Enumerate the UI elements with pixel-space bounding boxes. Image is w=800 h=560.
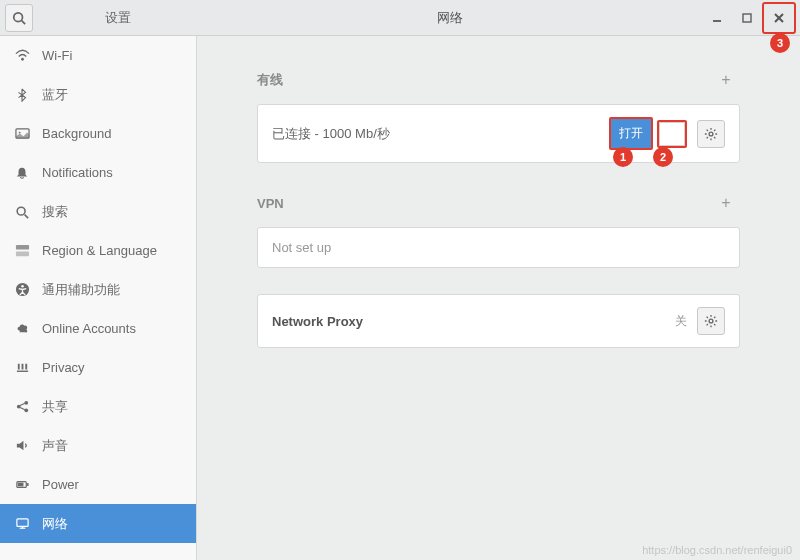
sidebar-item-label: Background xyxy=(42,126,111,141)
add-wired-button[interactable]: + xyxy=(712,66,740,94)
svg-point-14 xyxy=(21,285,24,288)
close-button[interactable] xyxy=(764,4,794,32)
search-icon xyxy=(12,11,26,25)
privacy-icon xyxy=(14,360,30,375)
plus-icon: + xyxy=(721,194,730,212)
svg-point-6 xyxy=(21,58,24,61)
add-vpn-button[interactable]: + xyxy=(712,189,740,217)
sidebar-item-bluetooth[interactable]: 蓝牙 xyxy=(0,75,196,114)
svg-point-26 xyxy=(709,132,713,136)
wired-section-title: 有线 xyxy=(257,71,283,89)
sidebar-item-privacy[interactable]: Privacy xyxy=(0,348,196,387)
plus-icon: + xyxy=(721,71,730,89)
sidebar-item-label: 声音 xyxy=(42,437,68,455)
svg-rect-22 xyxy=(26,483,28,486)
svg-rect-12 xyxy=(15,251,28,256)
region-icon xyxy=(14,243,30,258)
network-icon xyxy=(14,516,30,531)
proxy-settings-button[interactable] xyxy=(697,307,725,335)
sidebar-item-power[interactable]: Power xyxy=(0,465,196,504)
svg-rect-11 xyxy=(15,245,28,250)
switch-on-label: 打开 xyxy=(609,117,653,150)
minimize-button[interactable] xyxy=(702,4,732,32)
sidebar-item-region-language[interactable]: Region & Language xyxy=(0,231,196,270)
sidebar-item-label: 搜索 xyxy=(42,203,68,221)
sidebar-item-wifi[interactable]: Wi-Fi xyxy=(0,36,196,75)
sidebar-item-sharing[interactable]: 共享 xyxy=(0,387,196,426)
switch-knob xyxy=(657,120,687,148)
sidebar-item-search[interactable]: 搜索 xyxy=(0,192,196,231)
svg-line-10 xyxy=(25,214,29,218)
proxy-title: Network Proxy xyxy=(272,314,675,329)
maximize-icon xyxy=(742,13,752,23)
sidebar-item-label: Region & Language xyxy=(42,243,157,258)
vpn-status: Not set up xyxy=(272,240,725,255)
accessibility-icon xyxy=(14,282,30,297)
svg-line-1 xyxy=(22,20,26,24)
proxy-off-label: 关 xyxy=(675,313,687,330)
wired-status: 已连接 - 1000 Mb/秒 xyxy=(272,125,609,143)
maximize-button[interactable] xyxy=(732,4,762,32)
sidebar-item-label: 蓝牙 xyxy=(42,86,68,104)
annotation-3: 3 xyxy=(770,33,790,53)
share-icon xyxy=(14,399,30,414)
sidebar-item-label: 网络 xyxy=(42,515,68,533)
svg-point-16 xyxy=(24,401,28,405)
svg-rect-21 xyxy=(17,483,23,487)
wifi-icon xyxy=(14,48,30,63)
annotation-1: 1 xyxy=(613,147,633,167)
wired-connection-row: 已连接 - 1000 Mb/秒 打开 1 2 xyxy=(257,104,740,163)
vpn-section-title: VPN xyxy=(257,196,284,211)
annotation-2: 2 xyxy=(653,147,673,167)
gear-icon xyxy=(704,127,718,141)
wired-settings-button[interactable] xyxy=(697,120,725,148)
svg-point-17 xyxy=(24,408,28,412)
svg-point-27 xyxy=(709,319,713,323)
svg-point-9 xyxy=(17,207,25,215)
gear-icon xyxy=(704,314,718,328)
svg-line-18 xyxy=(20,403,25,405)
sidebar-title: 设置 xyxy=(38,9,197,27)
titlebar: 设置 网络 3 xyxy=(0,0,800,36)
sidebar-item-label: 通用辅助功能 xyxy=(42,281,120,299)
sidebar-item-notifications[interactable]: Notifications xyxy=(0,153,196,192)
svg-rect-23 xyxy=(16,519,27,527)
sound-icon xyxy=(14,438,30,453)
sidebar-item-label: Notifications xyxy=(42,165,113,180)
sidebar: Wi-Fi 蓝牙 Background Notifications 搜索 Reg… xyxy=(0,36,197,560)
sidebar-item-accessibility[interactable]: 通用辅助功能 xyxy=(0,270,196,309)
sidebar-item-label: Privacy xyxy=(42,360,85,375)
sidebar-item-label: Power xyxy=(42,477,79,492)
svg-line-19 xyxy=(20,407,25,409)
background-icon xyxy=(14,126,30,141)
sidebar-item-network[interactable]: 网络 xyxy=(0,504,196,543)
svg-point-8 xyxy=(18,132,20,134)
sidebar-item-label: Online Accounts xyxy=(42,321,136,336)
page-title: 网络 xyxy=(197,9,702,27)
sidebar-item-sound[interactable]: 声音 xyxy=(0,426,196,465)
svg-point-0 xyxy=(14,12,23,21)
svg-rect-3 xyxy=(743,14,751,22)
bluetooth-icon xyxy=(14,88,30,102)
sidebar-item-background[interactable]: Background xyxy=(0,114,196,153)
wired-switch[interactable]: 打开 1 2 xyxy=(609,117,687,150)
bell-icon xyxy=(14,166,30,180)
sidebar-item-online-accounts[interactable]: Online Accounts xyxy=(0,309,196,348)
search-button[interactable] xyxy=(5,4,33,32)
close-icon xyxy=(774,13,784,23)
proxy-row[interactable]: Network Proxy 关 xyxy=(257,294,740,348)
online-accounts-icon xyxy=(14,321,30,336)
sidebar-item-label: Wi-Fi xyxy=(42,48,72,63)
sidebar-item-label: 共享 xyxy=(42,398,68,416)
power-icon xyxy=(14,477,30,492)
vpn-row: Not set up xyxy=(257,227,740,268)
search-icon xyxy=(14,205,30,219)
main-panel: 有线 + 已连接 - 1000 Mb/秒 打开 1 2 VPN + xyxy=(197,36,800,560)
minimize-icon xyxy=(712,13,722,23)
